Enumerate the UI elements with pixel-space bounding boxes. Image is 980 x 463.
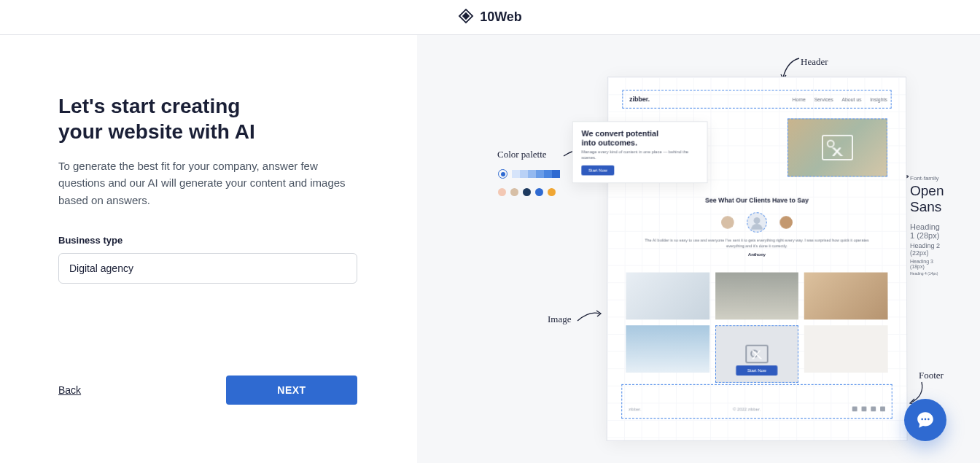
avatar-placeholder [747,212,766,232]
image-placeholder-icon [822,134,853,160]
palette-swatch [512,170,520,178]
footer-outline [621,384,892,418]
palette-swatch [528,170,536,178]
palette-dot [535,188,543,196]
business-type-input[interactable] [58,253,357,284]
svg-point-2 [921,419,923,421]
gallery-tile [626,325,709,373]
testimonial-author: Anthony [607,252,906,257]
avatar [721,216,734,229]
svg-point-4 [928,419,930,421]
font-sample: Heading 2 (22px) [910,242,944,257]
gallery-tile [626,272,709,319]
typography-panel: Font-family Open Sans Heading 1 (28px)He… [910,175,944,278]
annotation-footer: Footer [919,370,944,381]
brand-name: 10Web [480,9,522,25]
font-sample: Heading 4 (14px) [910,271,944,276]
palette-swatch [520,170,528,178]
footer-brand: zibber. [629,406,641,411]
palette-dot [548,188,556,196]
avatar [779,216,793,229]
palette-dot [498,188,506,196]
social-icons [852,406,885,411]
font-sample: Heading 1 (28px) [910,222,944,240]
chat-icon [916,411,935,429]
palette-swatch [544,170,552,178]
annotation-image: Image [548,314,571,325]
nav-item: Home [793,96,806,101]
chat-launcher[interactable] [904,399,946,441]
site-brand: zibber. [629,96,650,103]
site-nav: HomeServicesAbout usInsights [793,96,887,101]
testimonials-heading: See What Our Clients Have to Say [607,196,906,203]
color-palette [498,168,560,196]
back-link[interactable]: Back [58,384,81,396]
nav-item: About us [841,96,861,101]
font-family-label: Font-family [910,175,944,182]
preview-panel: Header Color palette Image Footer [417,35,980,463]
palette-swatch [552,170,560,178]
hero-image-placeholder [788,118,887,176]
annotation-header: Header [801,56,828,68]
next-button[interactable]: NEXT [226,376,357,405]
app-header: 10Web [0,0,980,35]
testimonial-text: The AI builder is so easy to use and eve… [643,238,871,249]
footer-copyright: © 2022 zibber. [733,406,761,411]
page-heading: Let's start creating your website with A… [58,93,359,144]
gallery-tile [804,272,888,319]
site-preview-frame: zibber. HomeServicesAbout usInsights We … [606,76,907,440]
palette-dot [510,188,518,196]
testimonial-avatars [607,212,906,232]
gallery-tile [804,325,888,373]
svg-rect-1 [463,13,469,19]
brand-logo-icon [458,8,474,27]
font-family-name: Open Sans [910,183,944,215]
palette-selected-icon [498,169,508,179]
nav-item: Insights [870,96,887,101]
brand-logo: 10Web [458,8,522,27]
hero-card: We convert potential into outcomes. Mana… [572,121,708,183]
image-placeholder-icon [745,344,768,363]
arrow-icon [576,308,602,325]
business-type-label: Business type [58,235,359,246]
hero-start-button: Start Now [581,165,614,175]
page-subheading: To generate the best fit for your compan… [58,157,359,209]
palette-swatch [536,170,544,178]
nav-item: Services [814,96,833,101]
gallery-tile [715,272,798,319]
form-panel: Let's start creating your website with A… [0,35,417,463]
cta-button: Start Now [736,365,777,376]
svg-point-3 [925,419,927,421]
palette-dot [523,188,531,196]
annotation-color-palette: Color palette [497,149,547,160]
font-sample: Heading 3 (18px) [910,259,944,269]
